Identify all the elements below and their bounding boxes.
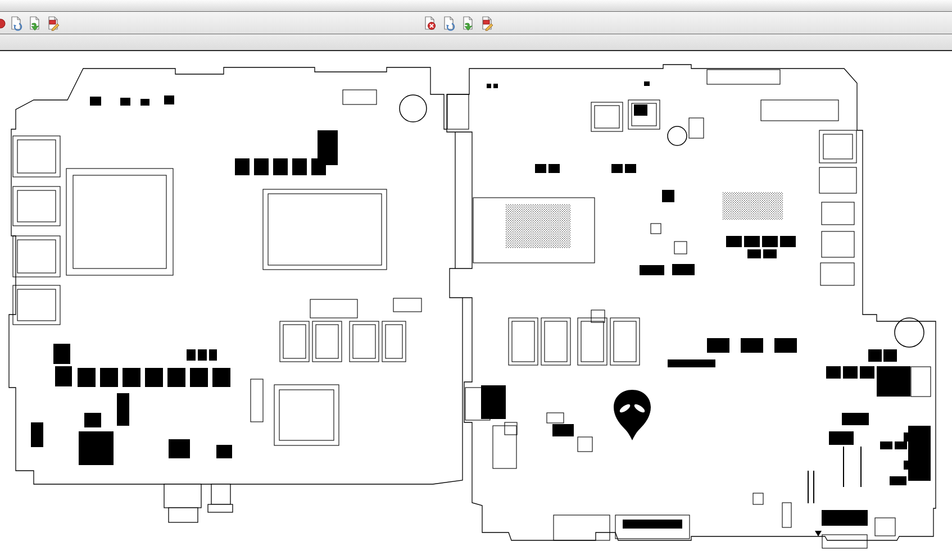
close-document-icon [423, 15, 437, 31]
board-drawing [0, 0, 952, 560]
board-tab [164, 484, 201, 508]
toolbar-strip-top [0, 0, 952, 12]
edit-document-icon [480, 15, 495, 31]
export-document-button[interactable] [28, 15, 42, 31]
left-board-outline [9, 67, 463, 484]
close-document-button[interactable] [423, 15, 437, 31]
edit-document-button[interactable] [480, 15, 495, 31]
toolbar-strip-icons [0, 12, 952, 34]
toolbar [0, 0, 952, 51]
via-field [506, 204, 571, 248]
battery-connector [822, 510, 868, 526]
schematic-canvas[interactable] [0, 0, 952, 560]
reload-document-icon [442, 15, 456, 31]
edit-document-button[interactable] [46, 15, 61, 31]
export-document-icon [28, 15, 42, 31]
export-document-button[interactable] [461, 15, 475, 31]
board-tab [211, 484, 230, 504]
reload-document-icon [9, 15, 24, 31]
toolbar-strip-bottom [0, 34, 952, 49]
edit-document-icon [46, 15, 61, 31]
right-board-outline [447, 65, 936, 540]
board-tab [169, 508, 198, 522]
status-sphere-icon[interactable] [0, 15, 8, 31]
dc-connector [908, 426, 931, 481]
via-field [722, 192, 783, 220]
export-document-icon [461, 15, 475, 31]
board-tab [208, 504, 233, 512]
reload-document-button[interactable] [442, 15, 456, 31]
reload-document-button[interactable] [9, 15, 24, 31]
